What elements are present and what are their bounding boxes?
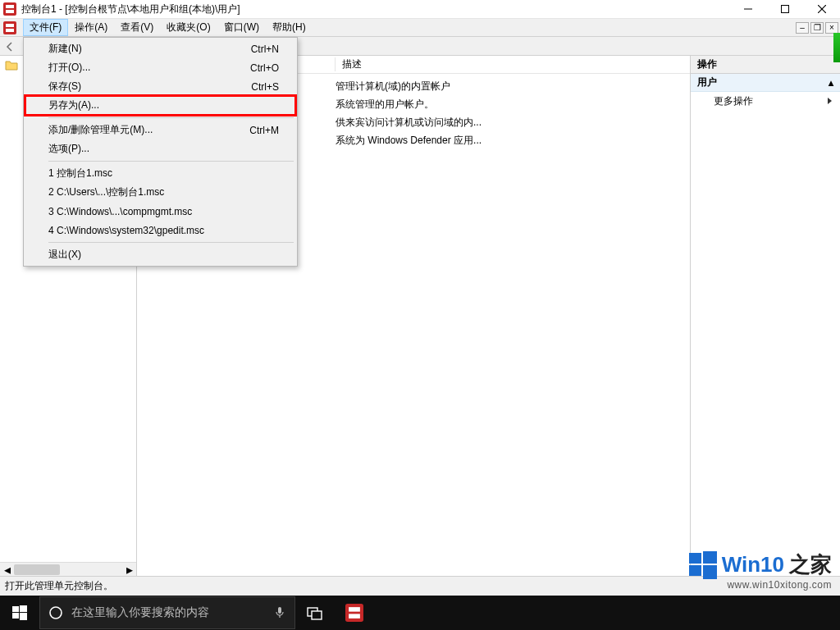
svg-rect-4 [781, 6, 788, 13]
menu-item-label: 另存为(A)... [48, 98, 295, 112]
collapse-arrow-icon: ▴ [829, 77, 833, 89]
microphone-icon[interactable] [273, 606, 286, 619]
menu-item-save-as[interactable]: 另存为(A)... [25, 96, 295, 115]
actions-more[interactable]: 更多操作 [691, 92, 840, 110]
back-icon[interactable] [3, 40, 16, 53]
menu-separator [48, 161, 294, 162]
window-controls [729, 0, 840, 18]
svg-rect-1 [6, 5, 14, 8]
file-dropdown-menu: 新建(N) Ctrl+N 打开(O)... Ctrl+O 保存(S) Ctrl+… [23, 37, 298, 267]
svg-rect-25 [349, 614, 360, 619]
menu-item-label: 2 C:\Users\...\控制台1.msc [48, 185, 295, 199]
watermark-url: www.win10xitong.com [689, 579, 832, 591]
window-close-button[interactable] [803, 0, 840, 18]
menu-favorites[interactable]: 收藏夹(O) [160, 19, 217, 36]
svg-rect-17 [20, 613, 27, 620]
chevron-right-icon [828, 98, 832, 104]
menu-item-recent-2[interactable]: 2 C:\Users\...\控制台1.msc [25, 183, 295, 202]
menu-item-label: 4 C:\Windows\system32\gpedit.msc [48, 225, 295, 236]
menu-item-open[interactable]: 打开(O)... Ctrl+O [25, 58, 295, 77]
taskbar-search-box[interactable]: 在这里输入你要搜索的内容 [39, 596, 295, 629]
status-text: 打开此管理单元控制台。 [5, 579, 113, 593]
menu-item-recent-4[interactable]: 4 C:\Windows\system32\gpedit.msc [25, 221, 295, 240]
menu-file[interactable]: 文件(F) [23, 19, 68, 36]
menu-item-recent-3[interactable]: 3 C:\Windows\...\compmgmt.msc [25, 202, 295, 221]
svg-rect-10 [689, 553, 701, 564]
menu-item-new[interactable]: 新建(N) Ctrl+N [25, 39, 295, 58]
menu-item-shortcut: Ctrl+S [251, 81, 279, 93]
scroll-thumb[interactable] [14, 564, 60, 575]
mdi-restore-button[interactable]: ❐ [810, 22, 824, 34]
menu-item-label: 3 C:\Windows\...\compmgmt.msc [48, 206, 295, 217]
mmc-doc-icon [3, 21, 16, 34]
svg-rect-2 [6, 10, 14, 13]
svg-rect-14 [12, 606, 19, 612]
svg-rect-7 [3, 21, 16, 34]
menu-action[interactable]: 操作(A) [68, 19, 114, 36]
folder-icon [5, 59, 18, 71]
tree-horizontal-scrollbar[interactable]: ◂ ▸ [0, 562, 136, 576]
actions-pane-header: 操作 [691, 56, 840, 74]
svg-point-18 [50, 607, 62, 619]
mdi-minimize-button[interactable]: – [796, 22, 809, 34]
menu-item-save[interactable]: 保存(S) Ctrl+S [25, 77, 295, 96]
start-button[interactable] [0, 596, 39, 630]
watermark-suffix: 之家 [789, 550, 832, 579]
svg-rect-19 [278, 607, 281, 614]
svg-rect-12 [689, 565, 701, 576]
menu-view[interactable]: 查看(V) [114, 19, 160, 36]
window-title: 控制台1 - [控制台根节点\本地用户和组(本地)\用户] [21, 2, 729, 16]
svg-rect-9 [6, 29, 14, 32]
menu-item-label: 退出(X) [48, 248, 295, 262]
list-row-desc[interactable]: 系统为 Windows Defender 应用... [336, 131, 482, 149]
task-view-button[interactable] [295, 596, 335, 630]
menu-item-label: 选项(P)... [48, 142, 295, 156]
window-titlebar: 控制台1 - [控制台根节点\本地用户和组(本地)\用户] [0, 0, 840, 19]
menu-item-label: 1 控制台1.msc [48, 167, 295, 180]
description-column-values: 管理计算机(域)的内置帐户 系统管理的用户帐户。 供来宾访问计算机或访问域的内.… [336, 77, 482, 149]
windows-start-icon [12, 605, 27, 620]
mmc-app-icon [345, 604, 363, 622]
list-row-desc[interactable]: 供来宾访问计算机或访问域的内... [336, 113, 482, 131]
actions-category[interactable]: 用户 ▴ [691, 74, 840, 92]
svg-rect-0 [3, 2, 16, 16]
scroll-right-arrow-icon[interactable]: ▸ [122, 563, 136, 577]
menu-help[interactable]: 帮助(H) [266, 19, 313, 36]
svg-rect-16 [12, 613, 19, 619]
scroll-track[interactable] [14, 563, 122, 577]
scroll-left-arrow-icon[interactable]: ◂ [0, 563, 14, 577]
svg-rect-13 [703, 565, 717, 579]
menu-item-shortcut: Ctrl+N [251, 43, 279, 55]
list-row-desc[interactable]: 系统管理的用户帐户。 [336, 95, 482, 113]
menu-item-options[interactable]: 选项(P)... [25, 139, 295, 158]
task-view-icon [306, 604, 324, 622]
watermark-brand: Win10之家 [689, 550, 832, 579]
cortana-circle-icon [48, 605, 63, 620]
window-minimize-button[interactable] [729, 0, 766, 18]
menu-separator [48, 242, 294, 243]
taskbar-apps [295, 596, 374, 630]
window-maximize-button[interactable] [766, 0, 803, 18]
menu-item-exit[interactable]: 退出(X) [25, 245, 295, 264]
menu-window[interactable]: 窗口(W) [217, 19, 266, 36]
menu-item-add-remove-snapin[interactable]: 添加/删除管理单元(M)... Ctrl+M [25, 121, 295, 139]
svg-rect-15 [20, 605, 27, 612]
menu-item-shortcut: Ctrl+O [250, 62, 279, 74]
search-placeholder: 在这里输入你要搜索的内容 [71, 605, 209, 620]
svg-rect-11 [703, 551, 717, 564]
actions-pane: 操作 用户 ▴ 更多操作 [690, 56, 840, 576]
watermark-prefix: Win10 [722, 552, 784, 578]
watermark: Win10之家 www.win10xitong.com [689, 550, 832, 591]
mdi-close-button[interactable]: × [825, 22, 838, 34]
tree-node-users[interactable] [5, 59, 21, 71]
taskbar-app-mmc[interactable] [335, 596, 374, 630]
svg-rect-24 [349, 607, 360, 612]
actions-more-label: 更多操作 [714, 94, 753, 108]
menubar: 文件(F) 操作(A) 查看(V) 收藏夹(O) 窗口(W) 帮助(H) – ❐… [0, 19, 840, 37]
menu-item-recent-1[interactable]: 1 控制台1.msc [25, 164, 295, 183]
mmc-app-icon [3, 2, 16, 16]
menu-separator [48, 117, 294, 118]
column-description[interactable]: 描述 [336, 57, 690, 71]
list-row-desc[interactable]: 管理计算机(域)的内置帐户 [336, 77, 482, 95]
svg-rect-8 [6, 24, 14, 27]
